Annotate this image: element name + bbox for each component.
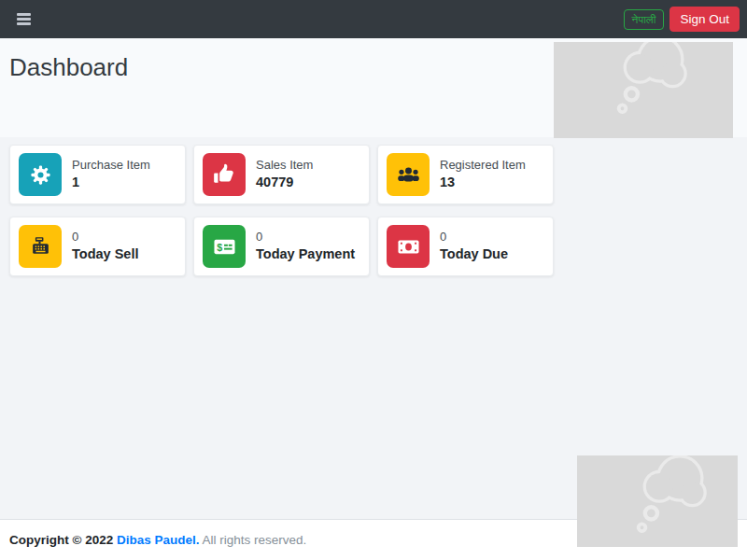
hamburger-icon xyxy=(17,13,31,25)
card-purchase-item: Purchase Item 1 xyxy=(9,145,186,204)
users-icon xyxy=(387,153,430,196)
card-registered-item: Registered Item 13 xyxy=(377,145,554,204)
card-label: Today Sell xyxy=(72,245,138,264)
navbar-actions: नेपाली Sign Out xyxy=(624,7,740,32)
thought-bubble-icon xyxy=(597,42,699,124)
card-today-sell: 0 Today Sell xyxy=(9,217,186,276)
rights-text: All rights reserved. xyxy=(200,533,307,547)
card-value: 0 xyxy=(72,229,138,245)
author-link[interactable]: Dibas Paudel. xyxy=(117,533,200,547)
card-value: 40779 xyxy=(256,174,313,192)
money-check-icon: $ xyxy=(203,225,246,268)
decorative-image-top xyxy=(554,42,733,138)
card-value: 13 xyxy=(440,174,526,192)
top-navbar: नेपाली Sign Out xyxy=(0,0,747,38)
card-label: Purchase Item xyxy=(72,157,150,174)
card-value: 1 xyxy=(72,174,150,192)
gear-icon xyxy=(19,153,62,196)
stats-cards: Purchase Item 1 Sales Item 40779 xyxy=(9,145,738,276)
card-today-due: 0 Today Due xyxy=(377,217,554,276)
content-area: Dashboard xyxy=(0,38,747,519)
card-label: Today Due xyxy=(440,245,508,264)
menu-toggle-button[interactable] xyxy=(15,7,33,31)
card-label: Today Payment xyxy=(256,245,355,264)
thumbs-up-icon xyxy=(203,153,246,196)
decorative-image-bottom xyxy=(577,455,738,547)
language-button[interactable]: नेपाली xyxy=(624,9,665,30)
card-label: Sales Item xyxy=(256,157,313,174)
card-sales-item: Sales Item 40779 xyxy=(193,145,370,204)
card-value: 0 xyxy=(256,229,355,245)
svg-text:$: $ xyxy=(217,241,222,252)
card-value: 0 xyxy=(440,229,508,245)
card-today-payment: $ 0 Today Payment xyxy=(193,217,370,276)
cash-register-icon xyxy=(19,225,62,268)
copyright-text: Copyright © 2022 xyxy=(9,533,117,547)
app-window: नेपाली Sign Out Dashboard xyxy=(0,0,747,560)
card-label: Registered Item xyxy=(440,157,526,174)
money-bill-icon xyxy=(387,225,430,268)
sign-out-button[interactable]: Sign Out xyxy=(669,7,740,32)
thought-bubble-icon xyxy=(616,455,719,543)
